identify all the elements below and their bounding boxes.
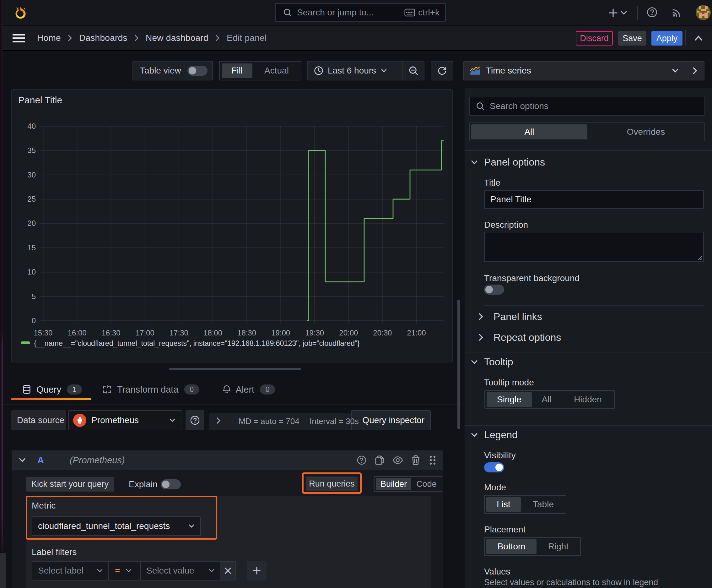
svg-text:10: 10 <box>27 268 36 276</box>
svg-text:17:00: 17:00 <box>136 329 154 337</box>
svg-text:19:30: 19:30 <box>305 329 324 337</box>
svg-text:40: 40 <box>27 122 36 130</box>
svg-text:18:30: 18:30 <box>237 329 256 337</box>
svg-text:0: 0 <box>32 316 36 325</box>
svg-text:16:00: 16:00 <box>68 329 87 337</box>
svg-text:25: 25 <box>27 195 36 203</box>
svg-text:16:30: 16:30 <box>102 329 121 337</box>
svg-text:{__name__="cloudflared_tunnel_: {__name__="cloudflared_tunnel_total_requ… <box>34 339 360 348</box>
svg-text:19:00: 19:00 <box>271 329 290 337</box>
svg-text:35: 35 <box>27 146 36 154</box>
svg-text:15:30: 15:30 <box>34 329 52 337</box>
svg-text:5: 5 <box>32 292 36 300</box>
svg-text:17:30: 17:30 <box>170 329 188 337</box>
svg-text:20:30: 20:30 <box>373 329 392 337</box>
svg-text:20:00: 20:00 <box>339 329 358 337</box>
svg-text:18:00: 18:00 <box>203 329 222 337</box>
svg-text:21:00: 21:00 <box>407 329 426 337</box>
svg-text:15: 15 <box>27 244 36 252</box>
svg-text:30: 30 <box>27 171 36 179</box>
svg-text:20: 20 <box>27 219 36 227</box>
